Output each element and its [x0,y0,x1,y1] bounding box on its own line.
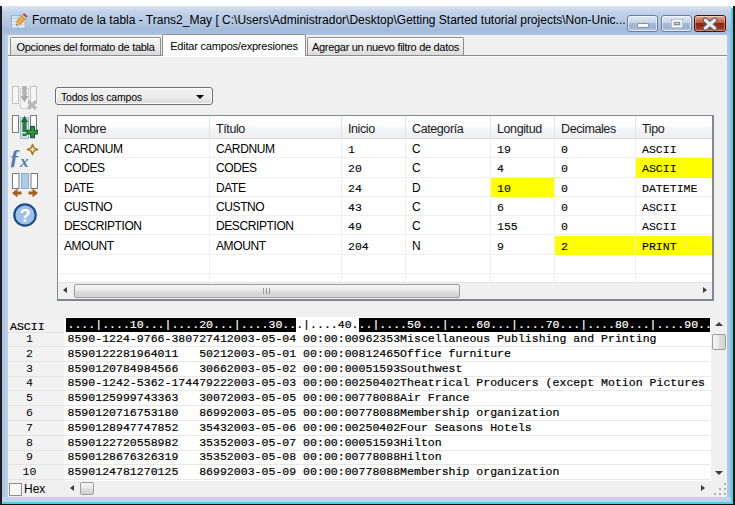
svg-text:x: x [19,152,29,170]
svg-text:ƒ: ƒ [10,144,20,169]
svg-text:?: ? [20,206,31,226]
